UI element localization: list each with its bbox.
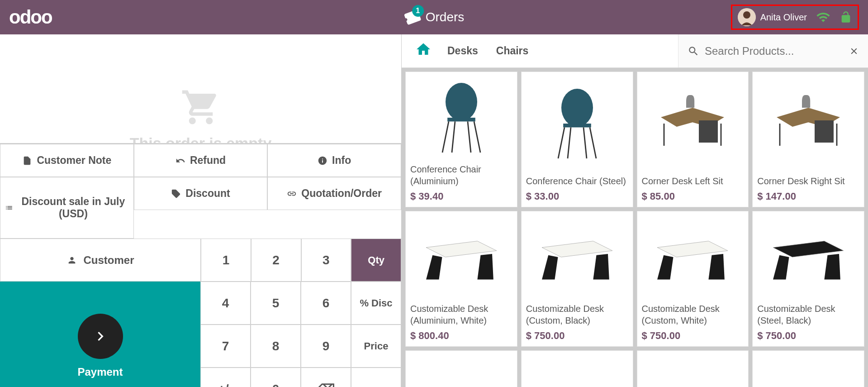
product-card[interactable]: Corner Desk Right Sit $ 147.00 <box>752 72 864 207</box>
link-icon <box>287 189 297 199</box>
product-image <box>526 355 628 387</box>
numpad-mode-qty[interactable]: Qty <box>351 239 401 282</box>
orders-count-badge: 1 <box>412 5 424 17</box>
product-name: Customizable Desk (Aluminium, White) <box>410 303 512 326</box>
numpad-backspace[interactable]: ⌫ <box>301 368 351 387</box>
customer-button[interactable]: Customer <box>0 239 201 282</box>
svg-point-8 <box>561 89 593 127</box>
product-price: $ 85.00 <box>642 191 744 202</box>
close-icon[interactable] <box>849 46 859 56</box>
product-card[interactable]: Customizable Desk (Custom, Black) $ 750.… <box>521 211 633 347</box>
svg-line-12 <box>568 127 571 158</box>
product-image <box>410 216 512 298</box>
user-info[interactable]: Anita Oliver <box>738 8 807 26</box>
discount-button[interactable]: Discount <box>134 177 268 210</box>
numpad-row-top: Customer 1 2 3 Qty <box>0 239 401 282</box>
product-card[interactable] <box>752 350 864 387</box>
search-icon <box>688 45 699 57</box>
list-icon <box>5 203 13 213</box>
product-image <box>526 76 628 171</box>
refund-button[interactable]: Refund <box>134 144 268 177</box>
numpad-mode-price[interactable]: Price <box>351 325 401 368</box>
numpad-2[interactable]: 2 <box>251 239 301 282</box>
payment-button[interactable]: Payment <box>0 282 200 387</box>
note-icon <box>22 156 32 166</box>
svg-rect-9 <box>563 124 591 127</box>
numpad-0[interactable]: 0 <box>251 368 301 387</box>
category-desks[interactable]: Desks <box>445 40 480 62</box>
product-name: Customizable Desk (Steel, Black) <box>757 303 859 326</box>
product-image <box>410 76 512 159</box>
product-card[interactable]: Conference Chair (Steel) $ 33.00 <box>521 72 633 207</box>
product-card[interactable] <box>521 350 633 387</box>
svg-line-4 <box>442 121 449 153</box>
svg-rect-3 <box>447 118 475 121</box>
numpad-6[interactable]: 6 <box>301 282 351 325</box>
svg-point-1 <box>743 11 750 19</box>
product-image <box>642 355 744 387</box>
product-card[interactable]: Customizable Desk (Aluminium, White) $ 8… <box>405 211 517 347</box>
svg-line-7 <box>468 121 471 153</box>
product-name: Corner Desk Right Sit <box>757 175 859 187</box>
orders-label: Orders <box>426 10 465 24</box>
product-card[interactable] <box>405 350 517 387</box>
svg-line-5 <box>474 121 480 153</box>
product-card[interactable]: Conference Chair (Aluminium) $ 39.40 <box>405 72 517 207</box>
cart-icon <box>176 87 226 128</box>
product-name: Corner Desk Left Sit <box>642 175 744 187</box>
discount-sale-button[interactable]: Discount sale in July (USD) <box>0 177 134 239</box>
search-area <box>678 34 868 67</box>
numpad-5[interactable]: 5 <box>251 282 301 325</box>
numpad-empty[interactable] <box>351 368 401 387</box>
product-price: $ 39.40 <box>410 191 512 202</box>
svg-rect-17 <box>815 120 834 143</box>
numpad-lower: Payment 4 5 6 % Disc 7 8 9 Price +/- 0 ⌫ <box>0 282 401 387</box>
home-button[interactable] <box>402 41 445 61</box>
home-icon <box>415 41 432 57</box>
product-name: Customizable Desk (Custom, Black) <box>526 303 628 326</box>
numpad-7[interactable]: 7 <box>200 325 251 368</box>
wifi-icon[interactable] <box>816 10 830 24</box>
svg-line-13 <box>583 127 587 158</box>
numpad-9[interactable]: 9 <box>301 325 351 368</box>
cart-empty-state: This order is empty <box>0 34 401 143</box>
undo-icon <box>175 156 185 166</box>
order-panel: This order is empty Customer Note Refund… <box>0 34 402 387</box>
avatar <box>738 8 756 26</box>
main-content: This order is empty Customer Note Refund… <box>0 34 868 387</box>
product-image <box>757 76 859 171</box>
customer-note-button[interactable]: Customer Note <box>0 144 134 177</box>
numpad-plusminus[interactable]: +/- <box>200 368 251 387</box>
svg-line-10 <box>558 127 564 158</box>
product-image <box>642 76 744 171</box>
numpad-3[interactable]: 3 <box>301 239 351 282</box>
info-button[interactable]: Info <box>267 144 401 177</box>
category-chairs[interactable]: Chairs <box>494 40 531 62</box>
product-price: $ 750.00 <box>642 330 744 342</box>
numpad-mode-disc[interactable]: % Disc <box>351 282 401 325</box>
product-name: Customizable Desk (Custom, White) <box>642 303 744 326</box>
product-card[interactable]: Customizable Desk (Custom, White) $ 750.… <box>637 211 749 347</box>
info-icon <box>318 156 327 166</box>
numpad-1[interactable]: 1 <box>201 239 251 282</box>
chevron-right-icon <box>91 327 109 345</box>
lock-open-icon[interactable] <box>840 11 852 24</box>
quotation-button[interactable]: Quotation/Order <box>267 177 401 210</box>
numpad-8[interactable]: 8 <box>251 325 301 368</box>
product-price: $ 750.00 <box>757 330 859 342</box>
orders-button[interactable]: 1 Orders <box>404 9 465 26</box>
product-card[interactable]: Customizable Desk (Steel, Black) $ 750.0… <box>752 211 864 347</box>
svg-line-6 <box>452 121 455 153</box>
product-image <box>757 216 859 298</box>
product-price: $ 750.00 <box>526 330 628 342</box>
logo: odoo <box>9 6 52 28</box>
empty-order-text: This order is empty <box>130 134 272 143</box>
product-image <box>757 355 859 387</box>
product-card[interactable] <box>637 350 749 387</box>
product-price: $ 33.00 <box>526 191 628 202</box>
svg-rect-14 <box>699 120 718 143</box>
product-card[interactable]: Corner Desk Left Sit $ 85.00 <box>637 72 749 207</box>
product-image <box>410 355 512 387</box>
numpad-4[interactable]: 4 <box>200 282 251 325</box>
search-input[interactable] <box>705 45 844 57</box>
